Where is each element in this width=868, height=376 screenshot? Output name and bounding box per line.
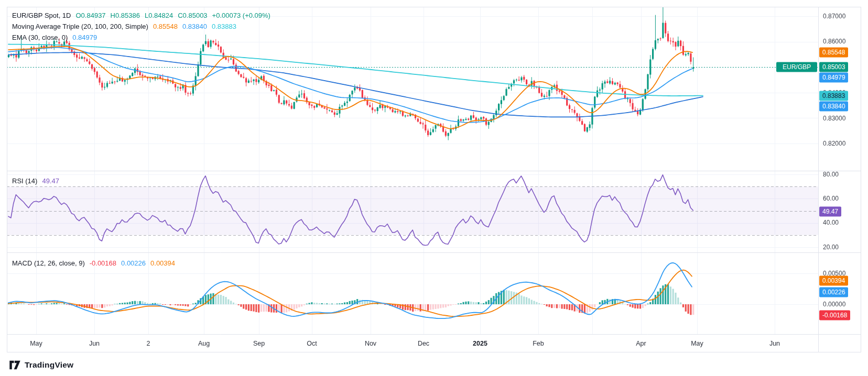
time-axis-label[interactable]: Nov <box>365 340 376 347</box>
ohlc-open: O0.84937 <box>75 12 105 20</box>
rsi-value-badge: 49.47 <box>819 207 841 217</box>
sma200-value: 0.83883 <box>212 23 236 31</box>
time-axis-label[interactable]: Feb <box>533 340 544 347</box>
tradingview-logo-text: TradingView <box>25 360 73 370</box>
time-axis-label[interactable]: Aug <box>198 340 210 347</box>
price-scale-label: 0.82000 <box>823 140 845 147</box>
sma100-value: 0.83840 <box>182 23 207 31</box>
time-axis-label[interactable]: Oct <box>307 340 317 347</box>
chart-canvas[interactable] <box>0 0 868 376</box>
tradingview-logo-icon <box>9 360 21 370</box>
sma20-value: 0.85548 <box>153 23 178 31</box>
macd-label: MACD (12, 26, close, 9) <box>12 259 85 268</box>
time-axis-label[interactable]: Apr <box>636 340 646 347</box>
time-axis-label[interactable]: Sep <box>253 340 265 347</box>
rsi-scale-label: 80.00 <box>823 171 839 178</box>
last-price-badge: 0.85003 <box>819 62 848 72</box>
price-scale-label: 0.83000 <box>823 115 845 122</box>
ma-triple-label: Moving Average Triple (20, 100, 200, Sim… <box>12 23 148 31</box>
time-axis-label[interactable]: Dec <box>418 340 429 347</box>
rsi-legend-row[interactable]: RSI (14) 49.47 <box>12 177 59 185</box>
macd-signal-badge: 0.00394 <box>819 276 848 286</box>
time-axis-label[interactable]: May <box>691 340 703 347</box>
rsi-scale-label: 20.00 <box>823 244 839 251</box>
macd-line-badge: 0.00226 <box>819 287 848 297</box>
ohlc-low: L0.84824 <box>145 12 173 20</box>
price-scale-label: 0.86000 <box>823 38 845 45</box>
symbol-name-badge: EUR/GBP <box>776 62 817 72</box>
time-axis-label[interactable]: May <box>30 340 42 347</box>
macd-legend-row[interactable]: MACD (12, 26, close, 9) -0.00168 0.00226… <box>12 259 175 268</box>
symbol-title: EUR/GBP Spot, 1D <box>12 12 71 20</box>
ohlc-change: +0.00073 (+0.09%) <box>212 12 270 20</box>
tradingview-chart-window: EUR/GBP Spot, 1D O0.84937 H0.85386 L0.84… <box>0 0 868 376</box>
price-scale-label: 0.87000 <box>823 13 845 20</box>
tradingview-logo[interactable]: TradingView <box>9 360 73 370</box>
rsi-scale-label: 60.00 <box>823 195 839 202</box>
macd-line-value: 0.00226 <box>121 259 146 268</box>
macd-signal-value: 0.00394 <box>150 259 175 268</box>
time-axis-label[interactable]: Jun <box>89 340 100 347</box>
time-axis-label[interactable]: 2 <box>147 340 150 347</box>
ema30-badge: 0.84979 <box>819 73 848 83</box>
sma20-badge: 0.85548 <box>819 48 848 58</box>
rsi-value: 49.47 <box>42 177 59 185</box>
sma100-badge: 0.83840 <box>819 102 848 112</box>
time-axis-label[interactable]: 2025 <box>473 340 487 347</box>
rsi-scale-label: 40.00 <box>823 219 839 226</box>
macd-scale-label: 0.00000 <box>823 301 845 308</box>
ohlc-close: C0.85003 <box>178 12 207 20</box>
macd-hist-badge: -0.00168 <box>819 311 850 320</box>
rsi-label: RSI (14) <box>12 177 37 185</box>
sma200-badge: 0.83883 <box>819 91 848 101</box>
ema-legend-row[interactable]: EMA (30, close, 0) 0.84979 <box>12 34 97 42</box>
ema-label: EMA (30, close, 0) <box>12 34 68 42</box>
ohlc-high: H0.85386 <box>111 12 140 20</box>
main-legend-row[interactable]: EUR/GBP Spot, 1D O0.84937 H0.85386 L0.84… <box>12 12 270 20</box>
ma-triple-legend-row[interactable]: Moving Average Triple (20, 100, 200, Sim… <box>12 23 236 31</box>
macd-hist-value: -0.00168 <box>90 259 116 268</box>
ema-value: 0.84979 <box>72 34 97 42</box>
time-axis-label[interactable]: Jun <box>769 340 780 347</box>
